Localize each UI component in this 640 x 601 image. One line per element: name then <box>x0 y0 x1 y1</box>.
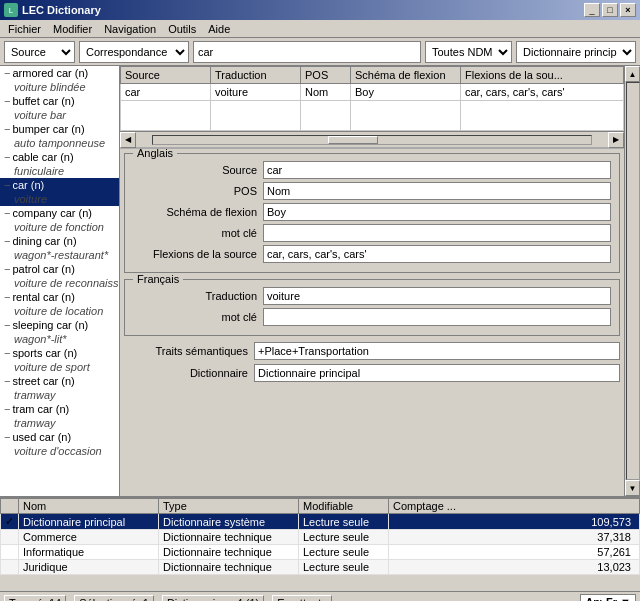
traits-label: Traits sémantiques <box>124 345 254 357</box>
dict-select[interactable]: Dictionnaire principal Commerce Informat… <box>516 41 636 63</box>
tree-child-item[interactable]: wagon*-restaurant* <box>0 248 119 262</box>
tree-child-item[interactable]: voiture de reconnaiss. <box>0 276 119 290</box>
dict-nom: Informatique <box>19 545 159 560</box>
motcle-fr-row: mot clé <box>133 308 611 326</box>
match-type-select[interactable]: Correspondance exac... Commence par Cont… <box>79 41 189 63</box>
table-row[interactable]: car voiture Nom Boy car, cars, car's, ca… <box>121 84 624 101</box>
tree-child-item[interactable]: tramway <box>0 388 119 402</box>
vertical-scrollbar[interactable]: ▲ ▼ <box>624 66 640 496</box>
tree-item[interactable]: −cable car (n) <box>0 150 119 164</box>
traduction-label: Traduction <box>133 290 263 302</box>
motcle-fr-field[interactable] <box>263 308 611 326</box>
status-bar: Trouvé: 14 Sélectionné: 1 Dictionnaires:… <box>0 591 640 601</box>
tree-item[interactable]: −sports car (n) <box>0 346 119 360</box>
tree-item[interactable]: −buffet car (n) <box>0 94 119 108</box>
tree-child-item[interactable]: voiture de fonction <box>0 220 119 234</box>
scroll-left-btn[interactable]: ◀ <box>120 132 136 148</box>
source-field[interactable] <box>263 161 611 179</box>
dict-list-row[interactable]: Commerce Dictionnaire technique Lecture … <box>1 530 640 545</box>
tree-child-item[interactable]: voiture bar <box>0 108 119 122</box>
status-selectionne: Sélectionné: 1 <box>74 595 154 602</box>
col-type[interactable]: Type <box>159 499 299 514</box>
scroll-right-btn[interactable]: ▶ <box>608 132 624 148</box>
search-input[interactable] <box>193 41 421 63</box>
maximize-button[interactable]: □ <box>602 3 618 17</box>
dict-list-row[interactable]: Juridique Dictionnaire technique Lecture… <box>1 560 640 575</box>
pos-label: POS <box>133 185 263 197</box>
minimize-button[interactable]: _ <box>584 3 600 17</box>
col-source[interactable]: Source <box>121 67 211 84</box>
tree-child-item-selected[interactable]: voiture <box>0 192 119 206</box>
tree-child-item[interactable]: voiture de location <box>0 304 119 318</box>
tree-item-selected[interactable]: −car (n) <box>0 178 119 192</box>
app-title: LEC Dictionary <box>22 4 101 16</box>
tree-item[interactable]: −street car (n) <box>0 374 119 388</box>
table-row-empty <box>121 101 624 131</box>
pos-field[interactable] <box>263 182 611 200</box>
menu-navigation[interactable]: Navigation <box>98 22 162 36</box>
col-comptage[interactable]: Comptage ... <box>389 499 640 514</box>
col-pos[interactable]: POS <box>301 67 351 84</box>
tree-item[interactable]: −dining car (n) <box>0 234 119 248</box>
menu-modifier[interactable]: Modifier <box>47 22 98 36</box>
traits-field[interactable] <box>254 342 620 360</box>
title-bar: L LEC Dictionary _ □ × <box>0 0 640 20</box>
tree-child-item[interactable]: voiture d'occasion <box>0 444 119 458</box>
dict-list-row[interactable]: ✓ Dictionnaire principal Dictionnaire sy… <box>1 514 640 530</box>
tree-child-item[interactable]: auto tamponneuse <box>0 136 119 150</box>
dictionnaire-field[interactable] <box>254 364 620 382</box>
col-flexions[interactable]: Flexions de la sou... <box>461 67 624 84</box>
motcle-field[interactable] <box>263 224 611 242</box>
col-nom[interactable]: Nom <box>19 499 159 514</box>
dict-modifiable: Lecture seule <box>299 560 389 575</box>
dict-type: Dictionnaire technique <box>159 545 299 560</box>
col-traduction[interactable]: Traduction <box>211 67 301 84</box>
col-schema[interactable]: Schéma de flexion <box>351 67 461 84</box>
col-check <box>1 499 19 514</box>
scroll-track <box>152 135 592 145</box>
col-modifiable[interactable]: Modifiable <box>299 499 389 514</box>
tree-item[interactable]: −armored car (n) <box>0 66 119 80</box>
tree-child-item[interactable]: tramway <box>0 416 119 430</box>
tree-child-item[interactable]: voiture blindée <box>0 80 119 94</box>
motcle-row: mot clé <box>133 224 611 242</box>
result-table-area: Source Traduction POS Schéma de flexion … <box>120 66 624 149</box>
tree-item[interactable]: −rental car (n) <box>0 290 119 304</box>
detail-area: Anglais Source POS Schéma de flexion mot… <box>120 149 624 496</box>
flexions-field[interactable] <box>263 245 611 263</box>
tree-item[interactable]: −sleeping car (n) <box>0 318 119 332</box>
scroll-down-btn[interactable]: ▼ <box>625 480 640 496</box>
close-button[interactable]: × <box>620 3 636 17</box>
traduction-field[interactable] <box>263 287 611 305</box>
tree-item[interactable]: −bumper car (n) <box>0 122 119 136</box>
tree-item[interactable]: −patrol car (n) <box>0 262 119 276</box>
menu-fichier[interactable]: Fichier <box>2 22 47 36</box>
dict-type: Dictionnaire système <box>159 514 299 530</box>
traits-row: Traits sémantiques <box>124 342 620 360</box>
tree-panel: −armored car (n) voiture blindée −buffet… <box>0 66 120 496</box>
menu-aide[interactable]: Aide <box>202 22 236 36</box>
tree-item[interactable]: −company car (n) <box>0 206 119 220</box>
tree-child-item[interactable]: funiculaire <box>0 164 119 178</box>
cell-traduction: voiture <box>211 84 301 101</box>
dict-check: ✓ <box>1 514 19 530</box>
horizontal-scrollbar[interactable]: ◀ ▶ <box>120 131 624 147</box>
ndm-select[interactable]: Toutes NDM NDM sélec. <box>425 41 512 63</box>
menu-outils[interactable]: Outils <box>162 22 202 36</box>
dict-list-row[interactable]: Informatique Dictionnaire technique Lect… <box>1 545 640 560</box>
tree-child-item[interactable]: voiture de sport <box>0 360 119 374</box>
language-badge[interactable]: An▸Fr ▼ <box>580 594 636 601</box>
cell-flexions: car, cars, car's, cars' <box>461 84 624 101</box>
result-table: Source Traduction POS Schéma de flexion … <box>120 66 624 131</box>
scroll-thumb[interactable] <box>328 136 378 144</box>
dict-comptage: 37,318 <box>389 530 640 545</box>
scroll-up-btn[interactable]: ▲ <box>625 66 640 82</box>
tree-child-item[interactable]: wagon*-lit* <box>0 332 119 346</box>
tree-item[interactable]: −tram car (n) <box>0 402 119 416</box>
schema-field[interactable] <box>263 203 611 221</box>
search-type-select[interactable]: Source Cible Les deux <box>4 41 75 63</box>
tree-item[interactable]: −used car (n) <box>0 430 119 444</box>
pos-row: POS <box>133 182 611 200</box>
cell-source: car <box>121 84 211 101</box>
menu-bar: Fichier Modifier Navigation Outils Aide <box>0 20 640 38</box>
